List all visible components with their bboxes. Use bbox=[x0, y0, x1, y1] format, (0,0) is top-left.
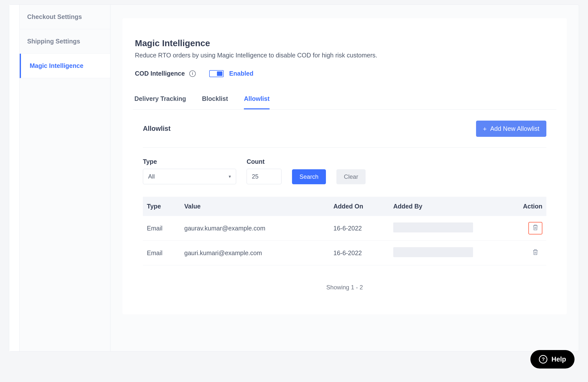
trash-icon bbox=[532, 224, 538, 232]
type-label: Type bbox=[143, 158, 236, 165]
sidebar-item-magic-intelligence[interactable]: Magic Intelligence bbox=[20, 54, 110, 78]
plus-icon: + bbox=[483, 126, 487, 132]
main-content: Magic Intelligence Reduce RTO orders by … bbox=[110, 5, 579, 351]
filters-row: Type All ▾ Count Search Clear bbox=[143, 148, 546, 197]
tab-label: Allowlist bbox=[244, 95, 270, 102]
section-title: Allowlist bbox=[143, 125, 171, 133]
add-new-allowlist-button[interactable]: + Add New Allowlist bbox=[476, 121, 547, 137]
cell-action bbox=[514, 241, 546, 265]
left-rail bbox=[9, 5, 20, 351]
cod-toggle[interactable] bbox=[209, 70, 224, 77]
tab-allowlist[interactable]: Allowlist bbox=[244, 89, 270, 109]
cell-value: gaurav.kumar@example.com bbox=[180, 216, 329, 241]
toggle-knob-icon bbox=[217, 71, 222, 76]
page-title: Magic Intelligence bbox=[135, 38, 556, 48]
cell-type: Email bbox=[143, 216, 180, 241]
sidebar-item-shipping-settings[interactable]: Shipping Settings bbox=[20, 29, 110, 54]
cod-intelligence-label: COD Intelligence bbox=[135, 70, 185, 77]
count-input[interactable] bbox=[247, 169, 282, 184]
tab-label: Delivery Tracking bbox=[134, 95, 186, 102]
redacted-added-by bbox=[393, 247, 473, 257]
type-select[interactable]: All ▾ bbox=[143, 169, 236, 184]
cell-added-on: 16-6-2022 bbox=[329, 241, 389, 265]
cell-added-by bbox=[389, 216, 514, 241]
type-field: Type All ▾ bbox=[143, 158, 236, 184]
clear-button[interactable]: Clear bbox=[336, 169, 366, 184]
cod-status-text: Enabled bbox=[229, 70, 253, 77]
th-value: Value bbox=[180, 197, 329, 216]
tab-blocklist[interactable]: Blocklist bbox=[202, 89, 228, 109]
section-header: Allowlist + Add New Allowlist bbox=[143, 110, 546, 148]
cell-added-on: 16-6-2022 bbox=[329, 216, 389, 241]
count-label: Count bbox=[247, 158, 282, 165]
cod-intelligence-row: COD Intelligence i Enabled bbox=[135, 70, 556, 77]
trash-icon bbox=[532, 249, 538, 257]
cell-action bbox=[514, 216, 546, 241]
tab-delivery-tracking[interactable]: Delivery Tracking bbox=[134, 89, 186, 109]
content-card: Magic Intelligence Reduce RTO orders by … bbox=[122, 18, 567, 314]
cell-type: Email bbox=[143, 241, 180, 265]
chevron-down-icon: ▾ bbox=[229, 174, 231, 179]
th-added-by: Added By bbox=[389, 197, 514, 216]
type-select-value: All bbox=[148, 173, 155, 180]
info-icon[interactable]: i bbox=[189, 70, 196, 77]
sidebar: Checkout Settings Shipping Settings Magi… bbox=[20, 5, 110, 351]
cell-added-by bbox=[389, 241, 514, 265]
pagination-text: Showing 1 - 2 bbox=[143, 265, 546, 293]
th-action: Action bbox=[514, 197, 546, 216]
count-field: Count bbox=[247, 158, 282, 184]
table-header-row: Type Value Added On Added By Action bbox=[143, 197, 546, 216]
cell-value: gauri.kumari@example.com bbox=[180, 241, 329, 265]
th-type: Type bbox=[143, 197, 180, 216]
table-row: Email gaurav.kumar@example.com 16-6-2022 bbox=[143, 216, 546, 241]
table-row: Email gauri.kumari@example.com 16-6-2022 bbox=[143, 241, 546, 265]
sidebar-item-label: Magic Intelligence bbox=[30, 62, 83, 69]
search-button[interactable]: Search bbox=[292, 169, 326, 184]
allowlist-table: Type Value Added On Added By Action Emai… bbox=[143, 197, 546, 265]
add-button-label: Add New Allowlist bbox=[490, 125, 539, 132]
delete-button[interactable] bbox=[528, 222, 542, 234]
delete-button[interactable] bbox=[528, 247, 542, 259]
tab-label: Blocklist bbox=[202, 95, 228, 102]
help-icon: ? bbox=[539, 355, 547, 364]
sidebar-item-checkout-settings[interactable]: Checkout Settings bbox=[20, 5, 110, 29]
redacted-added-by bbox=[393, 222, 473, 232]
sidebar-item-label: Shipping Settings bbox=[27, 38, 80, 45]
help-label: Help bbox=[551, 356, 566, 363]
help-button[interactable]: ? Help bbox=[530, 350, 575, 369]
th-added-on: Added On bbox=[329, 197, 389, 216]
sidebar-item-label: Checkout Settings bbox=[27, 13, 82, 20]
page-description: Reduce RTO orders by using Magic Intelli… bbox=[135, 52, 556, 59]
tabs: Delivery Tracking Blocklist Allowlist bbox=[133, 89, 556, 110]
allowlist-panel: Allowlist + Add New Allowlist Type All ▾ bbox=[133, 110, 556, 293]
